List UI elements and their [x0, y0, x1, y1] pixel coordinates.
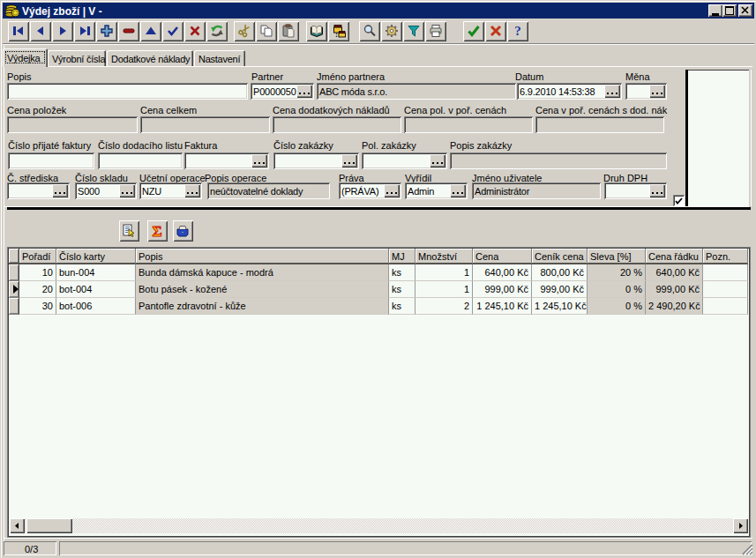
svg-text:?: ? — [514, 24, 521, 38]
svg-text:Σ: Σ — [152, 224, 161, 238]
